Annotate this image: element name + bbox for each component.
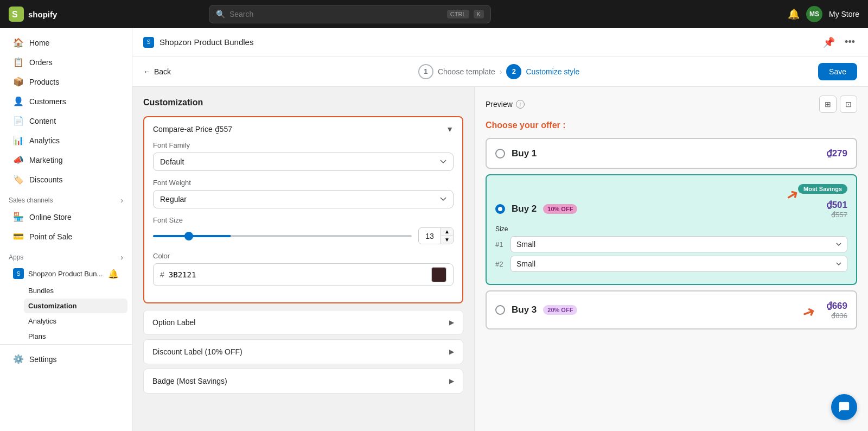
- size-num-1: #1: [495, 240, 506, 249]
- chat-button[interactable]: [831, 394, 857, 420]
- page-layout: 🏠 Home 📋 Orders 📦 Products 👤 Customers 📄…: [0, 28, 868, 431]
- pin-button[interactable]: 📌: [821, 34, 837, 50]
- compare-at-price-box: Compare-at Price ₫557 ▼ Font Family Defa…: [143, 116, 463, 303]
- sidebar-item-marketing[interactable]: 📣 Marketing: [4, 150, 127, 169]
- sidebar-item-settings[interactable]: ⚙️ Settings: [4, 350, 127, 369]
- size-section-buy2: Size #1 Small Medium Large #2: [495, 225, 847, 272]
- discount-label-header[interactable]: Discount Label (10% OFF) ▶: [144, 340, 463, 364]
- preview-title: Preview i: [486, 100, 525, 109]
- sidebar-sub-item-bundles[interactable]: Bundles: [24, 283, 127, 298]
- app-header-title: Shopzon Product Bundles: [159, 37, 253, 47]
- offer-card-buy3: Buy 3 20% OFF ₫669 ₫836 ➜: [486, 290, 857, 329]
- sidebar-item-label: Marketing: [29, 156, 62, 164]
- save-button[interactable]: Save: [818, 63, 857, 80]
- logo-text: shopify: [28, 10, 57, 19]
- customers-icon: 👤: [13, 96, 24, 106]
- sidebar-item-label: Discounts: [29, 175, 62, 184]
- option-label-header[interactable]: Option Label ▶: [144, 310, 463, 334]
- color-swatch[interactable]: [431, 267, 446, 282]
- badge-accordion: Badge (Most Savings) ▶: [143, 369, 463, 394]
- offer-price-value-buy1: ₫279: [826, 148, 847, 159]
- badge-title: Badge (Most Savings): [152, 377, 227, 385]
- offer-radio-buy1[interactable]: [495, 149, 505, 159]
- size-select-2[interactable]: Small Medium Large: [510, 256, 847, 272]
- size-num-2: #2: [495, 260, 506, 268]
- offer-price-value-buy3: ₫669: [826, 300, 847, 312]
- size-select-row-2: #2 Small Medium Large: [495, 256, 847, 272]
- sidebar-item-orders[interactable]: 📋 Orders: [4, 53, 127, 72]
- preview-info-icon: i: [516, 100, 525, 109]
- step-1-label: Choose template: [438, 67, 495, 76]
- font-size-up-button[interactable]: ▲: [441, 228, 453, 236]
- sidebar-item-analytics[interactable]: 📊 Analytics: [4, 131, 127, 150]
- step-1: 1 Choose template: [418, 64, 495, 79]
- color-input-row: #: [153, 263, 454, 286]
- content-icon: 📄: [13, 116, 24, 126]
- steps-container: 1 Choose template › 2 Customize style: [180, 64, 818, 79]
- step-bar: ← Back 1 Choose template › 2 Customize s…: [132, 56, 868, 87]
- store-name: My Store: [829, 10, 859, 18]
- step-1-circle: 1: [418, 64, 433, 79]
- preview-mobile-button[interactable]: ⊡: [840, 96, 857, 113]
- offer-price-value-buy2: ₫501: [826, 199, 847, 211]
- main-content: S Shopzon Product Bundles 📌 ••• ← Back 1…: [132, 28, 868, 431]
- offer-radio-buy3[interactable]: [495, 305, 505, 315]
- back-label: Back: [154, 67, 171, 76]
- compare-at-price-header[interactable]: Compare-at Price ₫557 ▼: [144, 117, 462, 141]
- preview-desktop-button[interactable]: ⊞: [819, 96, 837, 113]
- sidebar-item-home[interactable]: 🏠 Home: [4, 33, 127, 52]
- orders-icon: 📋: [13, 57, 24, 67]
- offer-radio-buy2[interactable]: [495, 204, 505, 214]
- notification-icon[interactable]: 🔔: [788, 8, 800, 20]
- search-input[interactable]: [229, 10, 443, 18]
- offer-section-title: Choose your offer :: [486, 121, 857, 130]
- compare-at-price-arrow: ▼: [446, 125, 454, 134]
- font-size-down-button[interactable]: ▼: [441, 236, 453, 244]
- compare-at-price-title: Compare-at Price ₫557: [153, 125, 232, 134]
- step-arrow-icon: ›: [500, 67, 502, 76]
- font-weight-select[interactable]: Regular Medium Bold: [153, 190, 454, 208]
- font-weight-label: Font Weight: [153, 179, 454, 187]
- color-input[interactable]: [169, 270, 427, 279]
- app-header-actions: 📌 •••: [821, 34, 857, 50]
- offer-row-buy1: Buy 1 ₫279: [495, 148, 847, 159]
- badge-header[interactable]: Badge (Most Savings) ▶: [144, 369, 463, 393]
- font-family-select[interactable]: Default Arial Helvetica: [153, 153, 454, 171]
- compare-at-price-body: Font Family Default Arial Helvetica Font…: [144, 141, 462, 302]
- color-group: Color #: [153, 252, 454, 286]
- preview-actions: ⊞ ⊡: [819, 96, 857, 113]
- font-size-slider-row: 13 ▲ ▼: [153, 227, 454, 244]
- font-size-arrows: ▲ ▼: [441, 228, 453, 244]
- font-size-slider[interactable]: [153, 235, 412, 237]
- sidebar-item-point-of-sale[interactable]: 💳 Point of Sale: [4, 227, 127, 246]
- sidebar: 🏠 Home 📋 Orders 📦 Products 👤 Customers 📄…: [0, 28, 132, 431]
- sidebar-item-online-store[interactable]: 🏪 Online Store: [4, 207, 127, 226]
- sidebar-item-products[interactable]: 📦 Products: [4, 72, 127, 91]
- search-icon: 🔍: [216, 10, 225, 18]
- sidebar-item-content[interactable]: 📄 Content: [4, 111, 127, 130]
- size-select-row-1: #1 Small Medium Large: [495, 236, 847, 252]
- back-arrow-icon: ←: [143, 67, 151, 76]
- step-2-label: Customize style: [526, 67, 579, 76]
- app-name-label: Shopzon Product Bun...: [28, 270, 104, 278]
- sidebar-sub-item-plans[interactable]: Plans: [24, 329, 127, 344]
- sidebar-sub-item-analytics[interactable]: Analytics: [24, 314, 127, 328]
- offer-price-buy2: ₫501 ₫557: [826, 199, 847, 219]
- settings-label: Settings: [29, 355, 57, 364]
- sidebar-item-label: Analytics: [29, 136, 60, 145]
- sales-channels-chevron: ›: [120, 196, 123, 205]
- search-bar[interactable]: 🔍 CTRL K: [209, 5, 491, 23]
- svg-text:S: S: [12, 10, 18, 19]
- font-size-group: Font Size 13 ▲ ▼: [153, 216, 454, 244]
- sidebar-item-discounts[interactable]: 🏷️ Discounts: [4, 170, 127, 189]
- avatar: MS: [806, 6, 822, 22]
- app-header: S Shopzon Product Bundles 📌 •••: [132, 28, 868, 56]
- sidebar-item-customers[interactable]: 👤 Customers: [4, 92, 127, 111]
- back-button[interactable]: ← Back: [143, 67, 171, 76]
- more-options-button[interactable]: •••: [843, 34, 857, 50]
- sidebar-sub-item-customization[interactable]: Customization: [24, 299, 127, 313]
- size-select-1[interactable]: Small Medium Large: [510, 236, 847, 252]
- sidebar-item-app[interactable]: S Shopzon Product Bun... 🔔: [4, 264, 127, 283]
- font-weight-group: Font Weight Regular Medium Bold: [153, 179, 454, 208]
- sidebar-item-label: Online Store: [29, 213, 72, 221]
